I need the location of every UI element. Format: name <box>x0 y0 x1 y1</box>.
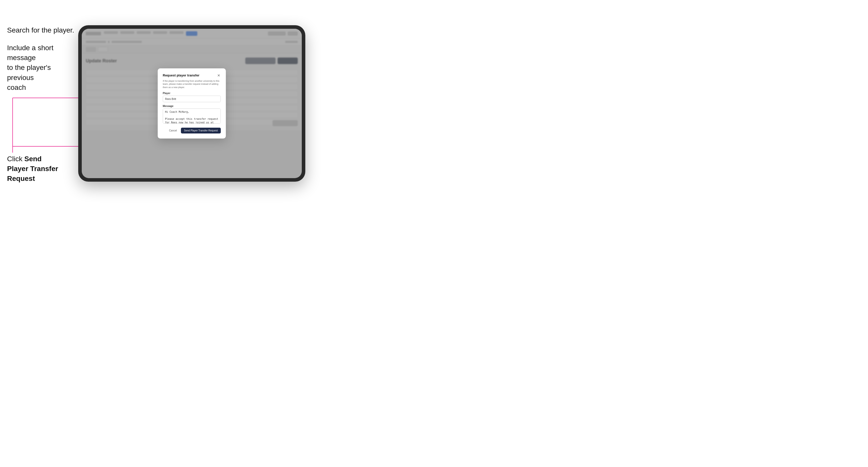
modal-title: Request player transfer <box>163 73 199 77</box>
send-transfer-request-button[interactable]: Send Player Transfer Request <box>181 128 221 133</box>
tablet-device: Update Roster <box>78 25 305 182</box>
cancel-button[interactable]: Cancel <box>167 128 179 133</box>
message-label: Message <box>163 105 221 107</box>
player-input[interactable] <box>163 96 221 102</box>
annotation-message: Include a short message to the player's … <box>7 43 73 92</box>
message-textarea[interactable] <box>163 108 221 124</box>
annotation-click: Click Send Player Transfer Request <box>7 154 63 184</box>
modal-overlay: Request player transfer ✕ If the player … <box>82 29 302 178</box>
player-label: Player <box>163 92 221 95</box>
annotation-search: Search for the player. <box>7 25 74 35</box>
close-icon[interactable]: ✕ <box>217 73 221 77</box>
modal-description: If the player is transferring from anoth… <box>163 80 221 89</box>
tablet-screen: Update Roster <box>82 29 302 178</box>
transfer-request-modal: Request player transfer ✕ If the player … <box>158 68 226 139</box>
